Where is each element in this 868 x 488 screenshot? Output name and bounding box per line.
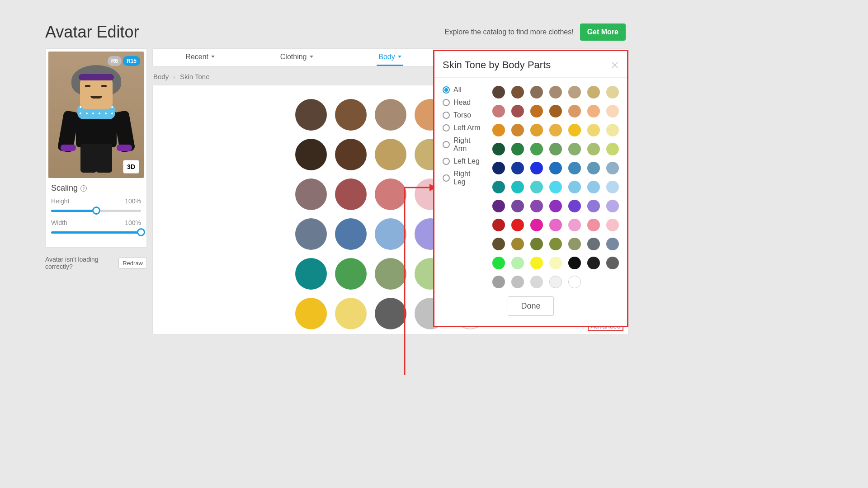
skin-tone-swatch[interactable] xyxy=(375,298,406,329)
mini-skin-swatch[interactable] xyxy=(606,238,619,250)
skin-tone-swatch[interactable] xyxy=(335,178,367,210)
mini-skin-swatch[interactable] xyxy=(549,86,562,99)
mini-skin-swatch[interactable] xyxy=(549,257,562,269)
mini-skin-swatch[interactable] xyxy=(606,181,619,193)
mini-skin-swatch[interactable] xyxy=(568,105,581,117)
mini-skin-swatch[interactable] xyxy=(606,162,619,174)
mini-skin-swatch[interactable] xyxy=(530,124,543,136)
mini-skin-swatch[interactable] xyxy=(492,219,505,231)
mini-skin-swatch[interactable] xyxy=(492,200,505,212)
mini-skin-swatch[interactable] xyxy=(511,219,524,231)
mini-skin-swatch[interactable] xyxy=(568,200,581,212)
tab-clothing[interactable]: Clothing xyxy=(278,49,315,66)
mini-skin-swatch[interactable] xyxy=(492,143,505,155)
skin-tone-swatch[interactable] xyxy=(335,298,367,329)
skin-tone-swatch[interactable] xyxy=(375,139,406,170)
skin-tone-swatch[interactable] xyxy=(375,218,406,250)
mini-skin-swatch[interactable] xyxy=(549,124,562,136)
mini-skin-swatch[interactable] xyxy=(530,143,543,155)
mini-skin-swatch[interactable] xyxy=(549,181,562,193)
mini-skin-swatch[interactable] xyxy=(568,276,581,288)
mini-skin-swatch[interactable] xyxy=(511,200,524,212)
mini-skin-swatch[interactable] xyxy=(549,105,562,117)
mini-skin-swatch[interactable] xyxy=(587,200,600,212)
mini-skin-swatch[interactable] xyxy=(568,143,581,155)
mini-skin-swatch[interactable] xyxy=(606,124,619,136)
mini-skin-swatch[interactable] xyxy=(511,143,524,155)
mini-skin-swatch[interactable] xyxy=(568,257,581,269)
mini-skin-swatch[interactable] xyxy=(568,238,581,250)
mini-skin-swatch[interactable] xyxy=(511,238,524,250)
skin-tone-swatch[interactable] xyxy=(295,218,327,250)
mini-skin-swatch[interactable] xyxy=(530,219,543,231)
mini-skin-swatch[interactable] xyxy=(549,238,562,250)
mini-skin-swatch[interactable] xyxy=(606,143,619,155)
done-button[interactable]: Done xyxy=(508,296,553,316)
mini-skin-swatch[interactable] xyxy=(530,238,543,250)
mini-skin-swatch[interactable] xyxy=(492,276,505,288)
mini-skin-swatch[interactable] xyxy=(587,86,600,99)
skin-tone-swatch[interactable] xyxy=(295,139,327,170)
mini-skin-swatch[interactable] xyxy=(587,257,600,269)
body-part-radio-all[interactable]: All xyxy=(443,86,484,94)
mini-skin-swatch[interactable] xyxy=(568,219,581,231)
mini-skin-swatch[interactable] xyxy=(606,257,619,269)
mini-skin-swatch[interactable] xyxy=(492,257,505,269)
mini-skin-swatch[interactable] xyxy=(530,257,543,269)
mini-skin-swatch[interactable] xyxy=(511,86,524,99)
mini-skin-swatch[interactable] xyxy=(587,105,600,117)
skin-tone-swatch[interactable] xyxy=(335,258,367,290)
mini-skin-swatch[interactable] xyxy=(492,86,505,99)
mini-skin-swatch[interactable] xyxy=(606,200,619,212)
mini-skin-swatch[interactable] xyxy=(568,162,581,174)
mini-skin-swatch[interactable] xyxy=(530,105,543,117)
mini-skin-swatch[interactable] xyxy=(549,219,562,231)
breadcrumb-root[interactable]: Body xyxy=(153,73,169,80)
mini-skin-swatch[interactable] xyxy=(606,105,619,117)
mini-skin-swatch[interactable] xyxy=(530,86,543,99)
mini-skin-swatch[interactable] xyxy=(587,181,600,193)
skin-tone-swatch[interactable] xyxy=(375,99,406,131)
mini-skin-swatch[interactable] xyxy=(568,181,581,193)
body-part-radio-torso[interactable]: Torso xyxy=(443,111,484,119)
slider-height[interactable] xyxy=(51,206,141,215)
mini-skin-swatch[interactable] xyxy=(511,276,524,288)
mini-skin-swatch[interactable] xyxy=(530,200,543,212)
skin-tone-swatch[interactable] xyxy=(335,218,367,250)
skin-tone-swatch[interactable] xyxy=(335,139,367,170)
mini-skin-swatch[interactable] xyxy=(549,200,562,212)
get-more-button[interactable]: Get More xyxy=(580,23,626,41)
mini-skin-swatch[interactable] xyxy=(587,162,600,174)
mini-skin-swatch[interactable] xyxy=(606,219,619,231)
mini-skin-swatch[interactable] xyxy=(587,143,600,155)
mini-skin-swatch[interactable] xyxy=(511,181,524,193)
view-3d-button[interactable]: 3D xyxy=(123,160,139,174)
mini-skin-swatch[interactable] xyxy=(587,219,600,231)
mini-skin-swatch[interactable] xyxy=(530,181,543,193)
mini-skin-swatch[interactable] xyxy=(587,238,600,250)
mini-skin-swatch[interactable] xyxy=(511,105,524,117)
mini-skin-swatch[interactable] xyxy=(492,162,505,174)
body-part-radio-left-arm[interactable]: Left Arm xyxy=(443,124,484,132)
skin-tone-swatch[interactable] xyxy=(295,178,327,210)
mini-skin-swatch[interactable] xyxy=(568,124,581,136)
mini-skin-swatch[interactable] xyxy=(530,276,543,288)
mini-skin-swatch[interactable] xyxy=(568,86,581,99)
mini-skin-swatch[interactable] xyxy=(511,162,524,174)
body-part-radio-left-leg[interactable]: Left Leg xyxy=(443,157,484,165)
slider-width[interactable] xyxy=(51,228,141,236)
mini-skin-swatch[interactable] xyxy=(492,124,505,136)
mini-skin-swatch[interactable] xyxy=(492,105,505,117)
skin-tone-swatch[interactable] xyxy=(295,298,327,329)
mini-skin-swatch[interactable] xyxy=(587,124,600,136)
info-icon[interactable]: ? xyxy=(80,185,87,192)
tab-body[interactable]: Body xyxy=(377,49,403,66)
skin-tone-swatch[interactable] xyxy=(375,258,406,290)
mini-skin-swatch[interactable] xyxy=(530,162,543,174)
mini-skin-swatch[interactable] xyxy=(492,181,505,193)
mini-skin-swatch[interactable] xyxy=(549,143,562,155)
mini-skin-swatch[interactable] xyxy=(549,276,562,288)
avatar-preview[interactable]: R6 R15 3D xyxy=(48,52,144,178)
close-icon[interactable] xyxy=(611,61,619,69)
redraw-button[interactable]: Redraw xyxy=(118,258,147,269)
